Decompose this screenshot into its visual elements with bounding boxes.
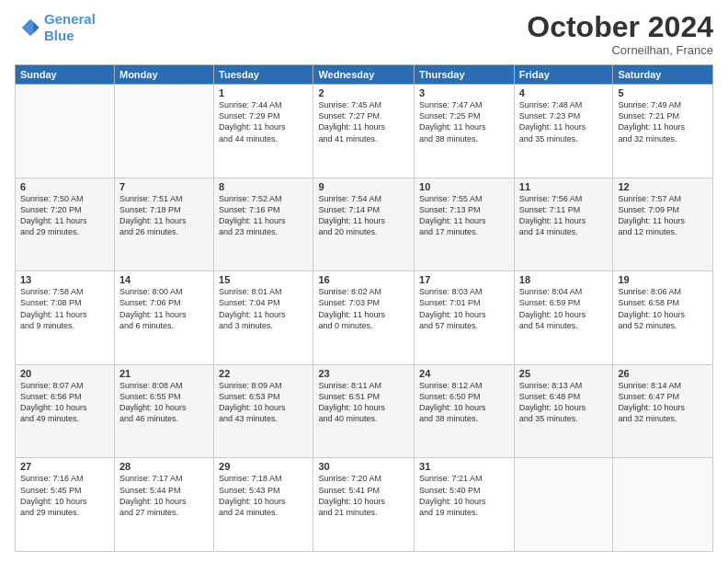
cell-info: Sunrise: 7:48 AM Sunset: 7:23 PM Dayligh… <box>519 99 609 144</box>
calendar-cell: 3Sunrise: 7:47 AM Sunset: 7:25 PM Daylig… <box>415 85 515 178</box>
calendar-cell: 2Sunrise: 7:45 AM Sunset: 7:27 PM Daylig… <box>313 85 415 178</box>
cell-info: Sunrise: 7:55 AM Sunset: 7:13 PM Dayligh… <box>419 193 509 238</box>
cell-info: Sunrise: 8:01 AM Sunset: 7:04 PM Dayligh… <box>219 286 308 331</box>
week-row-2: 13Sunrise: 7:58 AM Sunset: 7:08 PM Dayli… <box>16 271 713 365</box>
col-header-monday: Monday <box>114 65 213 85</box>
day-number: 15 <box>219 274 308 285</box>
cell-info: Sunrise: 7:18 AM Sunset: 5:43 PM Dayligh… <box>219 473 308 518</box>
cell-info: Sunrise: 8:08 AM Sunset: 6:55 PM Dayligh… <box>119 380 209 425</box>
day-number: 29 <box>219 461 308 472</box>
week-row-4: 27Sunrise: 7:16 AM Sunset: 5:45 PM Dayli… <box>16 458 713 552</box>
calendar-cell: 4Sunrise: 7:48 AM Sunset: 7:23 PM Daylig… <box>514 85 613 178</box>
day-number: 2 <box>318 87 409 98</box>
col-header-wednesday: Wednesday <box>313 65 415 85</box>
calendar-cell: 20Sunrise: 8:07 AM Sunset: 6:56 PM Dayli… <box>16 364 115 458</box>
cell-info: Sunrise: 7:56 AM Sunset: 7:11 PM Dayligh… <box>519 193 609 238</box>
cell-info: Sunrise: 8:07 AM Sunset: 6:56 PM Dayligh… <box>20 380 109 425</box>
header: General Blue October 2024 Corneilhan, Fr… <box>15 11 713 57</box>
calendar-cell: 9Sunrise: 7:54 AM Sunset: 7:14 PM Daylig… <box>313 178 415 271</box>
day-number: 13 <box>20 274 109 285</box>
cell-info: Sunrise: 7:50 AM Sunset: 7:20 PM Dayligh… <box>20 193 109 238</box>
calendar-cell <box>16 85 115 178</box>
calendar-cell: 30Sunrise: 7:20 AM Sunset: 5:41 PM Dayli… <box>313 458 415 552</box>
week-row-3: 20Sunrise: 8:07 AM Sunset: 6:56 PM Dayli… <box>16 364 713 458</box>
cell-info: Sunrise: 8:02 AM Sunset: 7:03 PM Dayligh… <box>318 286 409 331</box>
day-number: 31 <box>419 461 509 472</box>
calendar-cell <box>514 458 613 552</box>
cell-info: Sunrise: 7:45 AM Sunset: 7:27 PM Dayligh… <box>318 99 409 144</box>
cell-info: Sunrise: 7:57 AM Sunset: 7:09 PM Dayligh… <box>618 193 708 238</box>
col-header-tuesday: Tuesday <box>214 65 313 85</box>
calendar-cell: 1Sunrise: 7:44 AM Sunset: 7:29 PM Daylig… <box>214 85 313 178</box>
cell-info: Sunrise: 7:20 AM Sunset: 5:41 PM Dayligh… <box>318 473 409 518</box>
calendar-cell: 12Sunrise: 7:57 AM Sunset: 7:09 PM Dayli… <box>613 178 713 271</box>
calendar-cell: 28Sunrise: 7:17 AM Sunset: 5:44 PM Dayli… <box>114 458 213 552</box>
day-number: 17 <box>419 274 509 285</box>
calendar-cell: 5Sunrise: 7:49 AM Sunset: 7:21 PM Daylig… <box>613 85 713 178</box>
cell-info: Sunrise: 7:49 AM Sunset: 7:21 PM Dayligh… <box>618 99 708 144</box>
calendar-cell <box>114 85 213 178</box>
day-number: 12 <box>618 181 708 192</box>
month-title: October 2024 <box>527 11 713 43</box>
col-header-sunday: Sunday <box>16 65 115 85</box>
calendar-cell: 17Sunrise: 8:03 AM Sunset: 7:01 PM Dayli… <box>415 271 515 365</box>
col-header-thursday: Thursday <box>415 65 515 85</box>
day-number: 21 <box>119 368 209 379</box>
cell-info: Sunrise: 8:14 AM Sunset: 6:47 PM Dayligh… <box>618 380 708 425</box>
calendar-cell: 14Sunrise: 8:00 AM Sunset: 7:06 PM Dayli… <box>114 271 213 365</box>
day-number: 1 <box>219 87 308 98</box>
day-number: 16 <box>318 274 409 285</box>
calendar-cell: 25Sunrise: 8:13 AM Sunset: 6:48 PM Dayli… <box>514 364 613 458</box>
calendar-cell: 29Sunrise: 7:18 AM Sunset: 5:43 PM Dayli… <box>214 458 313 552</box>
cell-info: Sunrise: 7:51 AM Sunset: 7:18 PM Dayligh… <box>119 193 209 238</box>
calendar-cell: 7Sunrise: 7:51 AM Sunset: 7:18 PM Daylig… <box>114 178 213 271</box>
logo-blue: Blue <box>44 28 74 43</box>
logo-general: General <box>44 11 96 27</box>
calendar-table: SundayMondayTuesdayWednesdayThursdayFrid… <box>15 64 713 552</box>
calendar-cell: 27Sunrise: 7:16 AM Sunset: 5:45 PM Dayli… <box>16 458 115 552</box>
week-row-0: 1Sunrise: 7:44 AM Sunset: 7:29 PM Daylig… <box>16 85 713 178</box>
cell-info: Sunrise: 8:06 AM Sunset: 6:58 PM Dayligh… <box>618 286 708 331</box>
day-number: 9 <box>318 181 409 192</box>
day-number: 6 <box>20 181 109 192</box>
day-number: 7 <box>119 181 209 192</box>
cell-info: Sunrise: 8:11 AM Sunset: 6:51 PM Dayligh… <box>318 380 409 425</box>
day-number: 14 <box>119 274 209 285</box>
day-number: 11 <box>519 181 609 192</box>
svg-marker-1 <box>33 22 39 33</box>
day-number: 18 <box>519 274 609 285</box>
calendar-cell <box>613 458 713 552</box>
cell-info: Sunrise: 8:12 AM Sunset: 6:50 PM Dayligh… <box>419 380 509 425</box>
day-number: 25 <box>519 368 609 379</box>
header-row: SundayMondayTuesdayWednesdayThursdayFrid… <box>16 65 713 85</box>
day-number: 28 <box>119 461 209 472</box>
calendar-cell: 11Sunrise: 7:56 AM Sunset: 7:11 PM Dayli… <box>514 178 613 271</box>
logo-icon <box>15 15 40 40</box>
cell-info: Sunrise: 8:00 AM Sunset: 7:06 PM Dayligh… <box>119 286 209 331</box>
day-number: 24 <box>419 368 509 379</box>
calendar-cell: 8Sunrise: 7:52 AM Sunset: 7:16 PM Daylig… <box>214 178 313 271</box>
logo-text: General Blue <box>44 11 96 44</box>
calendar-cell: 15Sunrise: 8:01 AM Sunset: 7:04 PM Dayli… <box>214 271 313 365</box>
calendar-cell: 24Sunrise: 8:12 AM Sunset: 6:50 PM Dayli… <box>415 364 515 458</box>
day-number: 19 <box>618 274 708 285</box>
calendar-cell: 6Sunrise: 7:50 AM Sunset: 7:20 PM Daylig… <box>16 178 115 271</box>
cell-info: Sunrise: 7:16 AM Sunset: 5:45 PM Dayligh… <box>20 473 109 518</box>
day-number: 8 <box>219 181 308 192</box>
week-row-1: 6Sunrise: 7:50 AM Sunset: 7:20 PM Daylig… <box>16 178 713 271</box>
cell-info: Sunrise: 8:04 AM Sunset: 6:59 PM Dayligh… <box>519 286 609 331</box>
location: Corneilhan, France <box>527 43 713 57</box>
calendar-cell: 31Sunrise: 7:21 AM Sunset: 5:40 PM Dayli… <box>415 458 515 552</box>
cell-info: Sunrise: 7:52 AM Sunset: 7:16 PM Dayligh… <box>219 193 308 238</box>
day-number: 23 <box>318 368 409 379</box>
col-header-friday: Friday <box>514 65 613 85</box>
col-header-saturday: Saturday <box>613 65 713 85</box>
day-number: 30 <box>318 461 409 472</box>
calendar-page: General Blue October 2024 Corneilhan, Fr… <box>0 0 728 563</box>
day-number: 27 <box>20 461 109 472</box>
title-block: October 2024 Corneilhan, France <box>527 11 713 57</box>
cell-info: Sunrise: 8:13 AM Sunset: 6:48 PM Dayligh… <box>519 380 609 425</box>
logo: General Blue <box>15 11 96 44</box>
day-number: 22 <box>219 368 308 379</box>
cell-info: Sunrise: 7:58 AM Sunset: 7:08 PM Dayligh… <box>20 286 109 331</box>
